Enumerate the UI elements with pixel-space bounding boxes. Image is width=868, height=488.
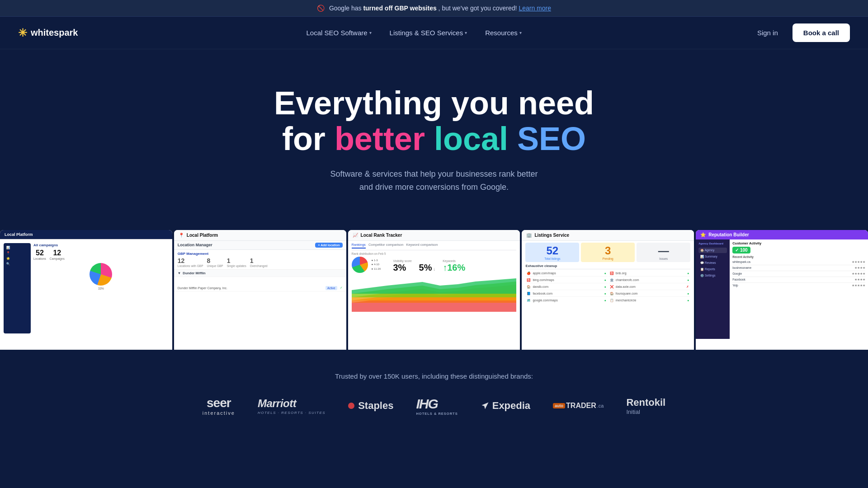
- screenshot-listings-service: 🏢 Listings Service 52 Total listings 3 P…: [522, 230, 694, 350]
- rentokil-sub: Initial: [626, 408, 640, 415]
- navbar: ✳ whitespark Local SEO Software ▾ Listin…: [0, 17, 868, 49]
- screenshot-1-title: Local Platform: [5, 232, 33, 237]
- nav-listings-seo-services[interactable]: Listings & SEO Services ▾: [382, 25, 475, 40]
- rentokil-name: Rentokil: [626, 397, 665, 408]
- hero-line2-prefix: for: [282, 121, 335, 157]
- trader-text: TRADER: [566, 402, 596, 410]
- brand-marriott: Marriott HOTELS · RESORTS · SUITES: [258, 397, 326, 415]
- hero-heading: Everything you need for better local SEO: [9, 85, 859, 157]
- screenshots-row: Local Platform 📊 📍 ⭐ 🔍 All campaigns: [0, 212, 868, 350]
- announcement-bar: 🚫 Google has turned off GBP websites , b…: [0, 0, 868, 17]
- add-location-btn[interactable]: + Add location: [315, 243, 342, 248]
- nav-resources[interactable]: Resources ▾: [478, 25, 529, 40]
- brand-rentokil: Rentokil Initial: [626, 397, 665, 415]
- hero-better: better: [335, 121, 425, 157]
- brand-autotrader: auto TRADER .ca: [553, 402, 604, 410]
- book-call-button[interactable]: Book a call: [793, 23, 850, 42]
- nav-right: Sign in Book a call: [750, 23, 850, 42]
- logo-spark-icon: ✳: [18, 27, 27, 39]
- announcement-bold: turned off GBP websites: [363, 5, 436, 12]
- hero-seo: SEO: [508, 121, 586, 157]
- screenshot-reputation-builder: ⭐ Reputation Builder Agency Dashboard 🏠 …: [696, 230, 868, 350]
- brand-expedia: Expedia: [481, 400, 530, 412]
- logo-text: whitespark: [31, 28, 78, 38]
- screenshot-4-title: Listings Service: [534, 233, 569, 238]
- nav-listings-label: Listings & SEO Services: [390, 29, 463, 37]
- rankings-tab[interactable]: Rankings: [352, 243, 366, 249]
- seer-sub: interactive: [203, 410, 235, 416]
- expedia-name: Expedia: [492, 400, 530, 412]
- marriott-sub: HOTELS · RESORTS · SUITES: [258, 411, 326, 415]
- seer-name: seer: [203, 396, 235, 410]
- brand-ihg: IHG HOTELS & RESORTS: [416, 396, 458, 416]
- map-pin-icon: 📍: [179, 233, 184, 238]
- screenshot-5-title: Reputation Builder: [708, 232, 749, 237]
- hero-line1: Everything you need: [274, 85, 594, 121]
- location-manager-label: Location Manager: [178, 243, 212, 247]
- logo[interactable]: ✳ whitespark: [18, 27, 78, 39]
- svg-marker-4: [352, 278, 517, 294]
- expedia-icon: [481, 401, 490, 410]
- hero-local: local: [425, 121, 508, 157]
- announcement-text-after: , but we've got you covered!: [439, 5, 517, 12]
- keyword-tab[interactable]: Keyword comparison: [406, 243, 438, 249]
- nav-local-seo-label: Local SEO Software: [307, 29, 368, 37]
- nav-resources-label: Resources: [485, 29, 518, 37]
- listings-icon: 🏢: [526, 233, 532, 238]
- trusted-section: Trusted by over 150K users, including th…: [0, 350, 868, 434]
- hero-subtitle-line1: Software & services that help your busin…: [330, 169, 538, 178]
- screenshot-location-manager: 📍 Local Platform Location Manager + Add …: [174, 230, 346, 350]
- auto-text: auto: [555, 404, 563, 408]
- chevron-down-icon-2: ▾: [465, 30, 467, 35]
- brand-seer-interactive: seer interactive: [203, 396, 235, 416]
- sign-in-button[interactable]: Sign in: [750, 25, 785, 40]
- hero-subtitle-line2: and drive more conversions from Google.: [359, 183, 509, 192]
- ihg-name: IHG: [416, 396, 437, 412]
- trusted-intro: Trusted by over 150K users, including th…: [9, 372, 859, 380]
- brand-staples: Staples: [348, 400, 393, 412]
- staples-dot-icon: [348, 403, 354, 409]
- screenshot-3-title: Local Rank Tracker: [361, 233, 402, 238]
- fire-icon: 🚫: [317, 5, 325, 12]
- marriott-name: Marriott: [258, 397, 296, 410]
- reputation-icon: ⭐: [700, 232, 706, 237]
- ca-text: .ca: [597, 403, 604, 408]
- hero-subtitle: Software & services that help your busin…: [307, 168, 561, 194]
- announcement-link[interactable]: Learn more: [519, 5, 551, 12]
- hero-section: Everything you need for better local SEO…: [0, 49, 868, 212]
- chevron-down-icon: ▾: [369, 30, 372, 35]
- chevron-down-icon-3: ▾: [519, 30, 522, 35]
- screenshots-wrapper: Local Platform 📊 📍 ⭐ 🔍 All campaigns: [0, 212, 868, 350]
- brands-row: seer interactive Marriott HOTELS · RESOR…: [9, 396, 859, 416]
- nav-local-seo-software[interactable]: Local SEO Software ▾: [299, 25, 379, 40]
- chart-icon: 📈: [353, 233, 358, 238]
- staples-name: Staples: [358, 400, 393, 412]
- nav-center: Local SEO Software ▾ Listings & SEO Serv…: [299, 25, 529, 40]
- screenshot-2-title: Local Platform: [187, 233, 218, 238]
- screenshot-platform-overview: Local Platform 📊 📍 ⭐ 🔍 All campaigns: [0, 230, 172, 350]
- screenshot-rank-tracker: 📈 Local Rank Tracker Rankings Competitor…: [348, 230, 520, 350]
- ihg-sub: HOTELS & RESORTS: [416, 412, 458, 416]
- competitor-tab[interactable]: Competitor comparison: [368, 243, 404, 249]
